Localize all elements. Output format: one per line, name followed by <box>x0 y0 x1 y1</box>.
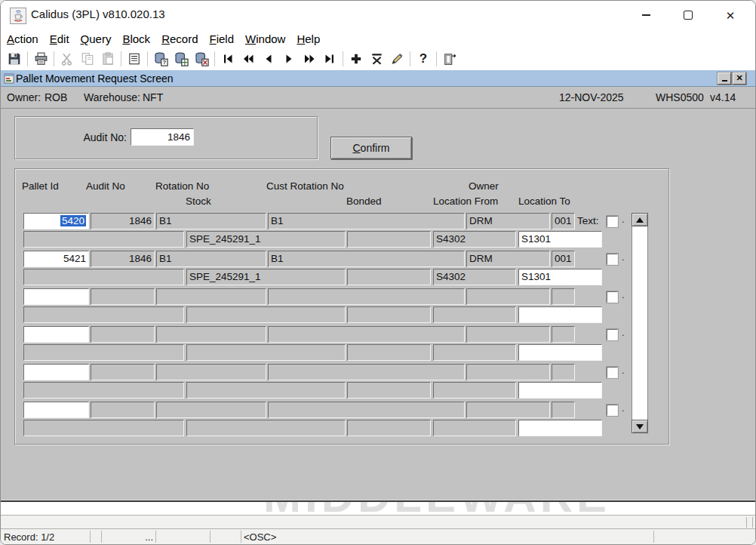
delete-record-button[interactable] <box>367 50 386 68</box>
cancel-query-button[interactable] <box>192 50 211 68</box>
database-grid-icon <box>174 52 189 66</box>
help-button[interactable]: ? <box>414 50 432 68</box>
audit-no-input[interactable]: 1846 <box>131 128 194 146</box>
next-record-button[interactable] <box>280 50 298 68</box>
menu-help[interactable]: Help <box>297 32 320 49</box>
bonded-field <box>347 344 431 361</box>
message-line-divider <box>746 517 747 528</box>
header-rotation-no: Rotation No <box>155 180 209 192</box>
audit-no-label: Audit No: <box>60 131 127 143</box>
pallet-id-field[interactable] <box>23 402 89 418</box>
previous-record-button[interactable] <box>260 50 278 68</box>
exit-button[interactable] <box>441 50 459 68</box>
bonded-field <box>347 306 431 323</box>
text-checkbox[interactable] <box>607 329 618 340</box>
bonded-field <box>347 420 431 436</box>
pallet-row: . <box>1 402 654 439</box>
location-from-field: S4302 <box>433 269 516 285</box>
owner-field <box>466 326 550 343</box>
scrollbar-track[interactable] <box>632 226 648 420</box>
vertical-scrollbar[interactable] <box>632 213 648 433</box>
copy-button[interactable] <box>78 50 97 68</box>
first-record-icon <box>221 53 235 65</box>
location-from-field: S4302 <box>433 231 516 248</box>
seq-field <box>552 402 575 418</box>
menu-field[interactable]: Field <box>210 32 235 49</box>
text-checkbox[interactable] <box>607 405 618 416</box>
title-bar: Calidus (3PL) v810.020.13 ✕ <box>1 1 755 29</box>
menu-record[interactable]: Record <box>161 32 198 49</box>
header-location-from: Location From <box>433 196 498 207</box>
cut-button[interactable] <box>58 50 76 68</box>
location-to-field[interactable] <box>518 382 602 399</box>
seq-field: 001 <box>552 251 575 267</box>
text-checkbox[interactable] <box>607 291 618 303</box>
previous-block-button[interactable] <box>239 50 257 68</box>
confirm-button[interactable]: Confirm <box>330 137 412 159</box>
header-cust-rotation-no: Cust Rotation No <box>266 180 344 192</box>
text-checkbox[interactable] <box>607 254 618 265</box>
maximize-icon <box>684 11 693 20</box>
execute-query-button[interactable] <box>172 50 190 68</box>
audit-no-field: 1846 <box>91 251 155 267</box>
status-separator <box>241 531 241 543</box>
lock-record-button[interactable] <box>388 50 406 68</box>
edit-button[interactable] <box>125 50 143 68</box>
first-record-button[interactable] <box>219 50 237 68</box>
paste-button[interactable] <box>99 50 117 68</box>
location-to-field[interactable] <box>518 306 602 323</box>
menu-block[interactable]: Block <box>122 32 150 49</box>
toolbar-separator <box>147 51 148 66</box>
last-record-button[interactable] <box>321 50 339 68</box>
audit-no-field <box>91 402 155 418</box>
location-to-field[interactable]: S1301 <box>518 231 602 248</box>
text-checkbox[interactable] <box>607 367 618 378</box>
seq-field <box>552 364 575 380</box>
status-separator <box>101 531 102 543</box>
menu-window[interactable]: Window <box>245 32 285 49</box>
pallet-id-field[interactable]: 5421 <box>23 251 89 267</box>
database-x-icon <box>195 52 209 66</box>
save-button[interactable] <box>5 50 23 68</box>
triangle-up-icon <box>636 217 644 223</box>
print-button[interactable] <box>32 50 50 68</box>
text-checkbox[interactable] <box>607 216 618 227</box>
warehouse-label: Warehouse: <box>84 91 140 103</box>
bonded-field <box>347 269 431 285</box>
status-separator <box>653 531 654 543</box>
pallet-id-field[interactable] <box>23 288 89 305</box>
floppy-disk-icon <box>8 52 21 66</box>
enter-query-button[interactable]: ? <box>152 50 170 68</box>
close-button[interactable]: ✕ <box>713 1 748 29</box>
location-to-field[interactable]: S1301 <box>518 269 602 285</box>
pallet-rows: 5420 1846 B1 B1 DRM 001 Text: . SPE_2452… <box>1 213 654 439</box>
minimize-button[interactable] <box>628 1 663 29</box>
scroll-down-button[interactable] <box>632 420 648 433</box>
audit-no-field <box>91 364 155 380</box>
next-block-icon <box>303 53 316 65</box>
minimize-icon <box>642 14 650 16</box>
header-audit-no: Audit No <box>86 180 125 192</box>
menu-edit[interactable]: Edit <box>50 32 69 49</box>
bonded-field <box>347 382 431 399</box>
menu-query[interactable]: Query <box>81 32 112 49</box>
insert-record-button[interactable] <box>347 50 365 68</box>
status-separator <box>155 531 156 543</box>
stock-field: SPE_245291_1 <box>186 231 346 248</box>
document-lines-icon <box>128 52 141 66</box>
pallet-id-field[interactable] <box>23 326 89 343</box>
stock-field: SPE_245291_1 <box>186 269 346 285</box>
status-separator <box>90 531 91 543</box>
menu-action[interactable]: Action <box>7 32 38 49</box>
pallet-id-field[interactable] <box>23 364 89 380</box>
maximize-button[interactable] <box>671 1 705 29</box>
location-to-field[interactable] <box>518 344 602 361</box>
location-to-field[interactable] <box>518 420 602 436</box>
next-block-button[interactable] <box>300 50 318 68</box>
form-close-button[interactable]: ✕ <box>733 72 746 85</box>
scroll-up-button[interactable] <box>632 213 648 226</box>
pallet-id-field[interactable]: 5420 <box>23 213 89 229</box>
form-minimize-button[interactable] <box>718 72 731 85</box>
checkbox-suffix: . <box>622 289 625 300</box>
stock-field <box>186 382 346 399</box>
